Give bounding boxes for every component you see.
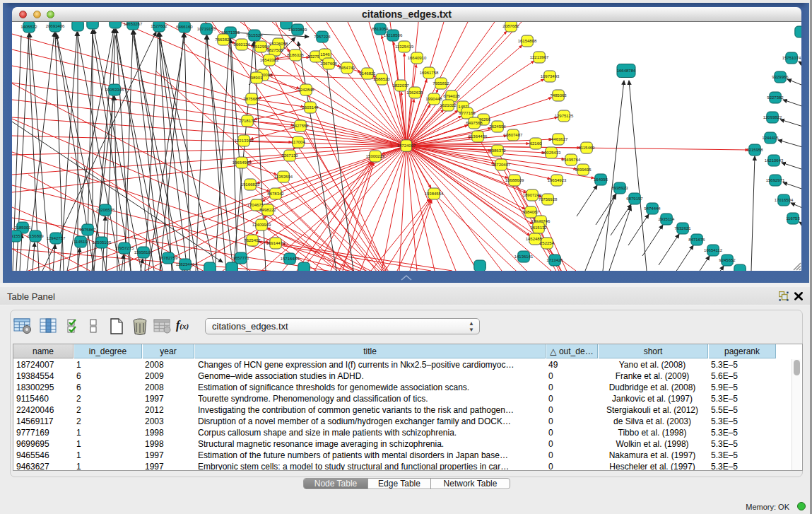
- svg-text:1588520: 1588520: [373, 77, 390, 81]
- svg-text:12093822: 12093822: [763, 115, 782, 119]
- svg-text:3875685: 3875685: [243, 97, 260, 101]
- svg-text:10807487: 10807487: [504, 133, 523, 137]
- svg-text:16033809: 16033809: [288, 28, 307, 32]
- svg-text:12213967: 12213967: [530, 55, 549, 59]
- svg-text:3215958: 3215958: [746, 148, 763, 152]
- svg-text:1362635: 1362635: [406, 90, 423, 95]
- svg-text:164095: 164095: [594, 177, 608, 182]
- svg-text:62160: 62160: [530, 141, 542, 146]
- svg-text:8454749: 8454749: [339, 66, 355, 70]
- svg-text:9245652: 9245652: [719, 258, 736, 262]
- svg-text:11325419: 11325419: [395, 45, 414, 49]
- svg-text:8938923: 8938923: [611, 186, 628, 190]
- svg-text:19654985: 19654985: [233, 160, 252, 165]
- svg-text:5498222: 5498222: [259, 208, 276, 212]
- svg-text:10688609: 10688609: [505, 178, 524, 182]
- svg-text:19166825: 19166825: [241, 182, 260, 187]
- svg-text:9657771: 9657771: [233, 256, 249, 260]
- svg-text:7632621: 7632621: [674, 226, 691, 230]
- svg-text:9227382: 9227382: [767, 95, 784, 100]
- svg-text:17016504: 17016504: [775, 198, 794, 202]
- svg-text:16961758: 16961758: [420, 71, 439, 75]
- svg-text:1527602: 1527602: [151, 24, 167, 28]
- svg-text:9329966: 9329966: [772, 75, 789, 79]
- svg-text:114519: 114519: [73, 240, 88, 244]
- svg-text:8427552: 8427552: [292, 124, 309, 128]
- svg-text:7625402: 7625402: [244, 238, 261, 243]
- svg-text:1713426: 1713426: [546, 258, 563, 262]
- svg-text:9699695: 9699695: [575, 168, 592, 172]
- svg-text:8186328: 8186328: [287, 53, 304, 57]
- svg-text:1244415: 1244415: [762, 136, 779, 140]
- svg-text:9384067: 9384067: [522, 210, 539, 214]
- svg-text:16154808: 16154808: [518, 39, 537, 43]
- svg-text:13495764: 13495764: [562, 158, 581, 162]
- svg-text:2367608: 2367608: [320, 62, 337, 66]
- svg-text:15692971: 15692971: [766, 178, 785, 182]
- svg-text:10719155: 10719155: [197, 27, 216, 31]
- svg-text:12213309: 12213309: [235, 139, 254, 143]
- svg-text:9660124: 9660124: [233, 42, 250, 47]
- svg-text:20691406: 20691406: [46, 24, 65, 28]
- svg-text:14136141: 14136141: [514, 255, 534, 259]
- svg-text:8678342: 8678342: [267, 192, 284, 196]
- svg-text:3624554: 3624554: [489, 124, 506, 129]
- svg-text:16640910: 16640910: [408, 56, 427, 60]
- svg-text:2087682: 2087682: [502, 24, 519, 28]
- svg-text:98901: 98901: [251, 76, 263, 80]
- svg-text:15751074: 15751074: [782, 56, 801, 60]
- svg-text:116753: 116753: [786, 216, 800, 221]
- svg-text:10025433: 10025433: [542, 151, 561, 155]
- svg-text:10654112: 10654112: [704, 248, 723, 252]
- svg-text:12823446: 12823446: [176, 262, 195, 267]
- svg-text:2603144: 2603144: [302, 105, 319, 110]
- svg-text:70756928: 70756928: [539, 197, 558, 201]
- svg-text:16782759: 16782759: [159, 256, 178, 260]
- svg-text:19384554: 19384554: [425, 192, 444, 196]
- svg-text:14463627: 14463627: [549, 137, 568, 141]
- svg-text:16648784: 16648784: [617, 69, 636, 73]
- svg-text:15958107: 15958107: [134, 250, 153, 255]
- svg-text:18724007: 18724007: [397, 144, 416, 148]
- svg-text:12975125: 12975125: [555, 114, 574, 118]
- svg-text:1990448: 1990448: [425, 97, 442, 101]
- svg-text:2185001: 2185001: [14, 226, 31, 230]
- svg-text:9777169: 9777169: [459, 111, 476, 115]
- svg-text:117004: 117004: [291, 140, 305, 144]
- svg-text:1615132: 1615132: [530, 226, 547, 230]
- svg-text:6466160: 6466160: [176, 25, 193, 29]
- svg-text:16914479: 16914479: [266, 241, 286, 245]
- svg-text:19654923: 19654923: [548, 178, 567, 182]
- svg-text:15300225: 15300225: [366, 154, 385, 158]
- svg-text:21364436: 21364436: [469, 134, 488, 139]
- svg-text:2935114: 2935114: [659, 217, 676, 221]
- svg-text:1546: 1546: [320, 52, 330, 57]
- svg-text:6879197: 6879197: [626, 197, 643, 201]
- svg-text:6497568: 6497568: [466, 121, 483, 125]
- svg-text:1822037: 1822037: [392, 83, 409, 88]
- svg-text:12942757: 12942757: [47, 236, 66, 240]
- svg-text:11353594: 11353594: [274, 175, 293, 179]
- svg-text:2986372: 2986372: [489, 148, 506, 153]
- svg-text:10973493: 10973493: [541, 74, 560, 78]
- svg-text:9146821: 9146821: [359, 71, 376, 76]
- svg-text:12409949: 12409949: [252, 223, 271, 227]
- svg-text:8813054: 8813054: [372, 27, 389, 31]
- svg-text:7955812: 7955812: [433, 81, 449, 86]
- svg-text:7515524: 7515524: [246, 33, 263, 37]
- svg-text:7663822: 7663822: [215, 37, 232, 42]
- svg-text:252254: 252254: [540, 241, 555, 245]
- svg-text:9115460: 9115460: [579, 146, 596, 150]
- svg-text:15716485: 15716485: [281, 257, 300, 261]
- svg-text:9242848: 9242848: [298, 88, 314, 92]
- svg-text:1621022: 1621022: [440, 103, 457, 107]
- svg-text:9474444: 9474444: [644, 206, 661, 211]
- svg-text:12505105: 12505105: [93, 240, 112, 245]
- svg-text:16543382: 16543382: [260, 58, 279, 62]
- svg-text:7485063: 7485063: [550, 93, 567, 98]
- svg-text:6794028: 6794028: [443, 94, 460, 98]
- svg-text:391557: 391557: [12, 234, 23, 238]
- svg-text:45720407: 45720407: [492, 163, 511, 167]
- svg-text:7357224: 7357224: [314, 35, 331, 39]
- svg-text:8471676: 8471676: [688, 238, 705, 242]
